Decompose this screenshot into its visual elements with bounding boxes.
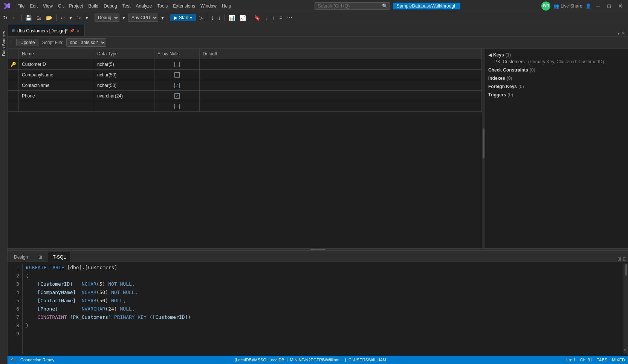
update-button[interactable]: Update	[16, 39, 39, 46]
row-nulls-phone[interactable]: ✓	[154, 91, 200, 101]
sql-scroll-down-icon[interactable]: ▼	[623, 347, 627, 353]
toolbar-step-over-icon[interactable]: ⤵	[209, 14, 215, 21]
toolbar-open-icon[interactable]: 📂	[44, 14, 54, 21]
menu-help[interactable]: Help	[220, 3, 234, 9]
prop-keys-header[interactable]: ◀ Keys (1)	[488, 52, 625, 58]
toolbar-debug-dropdown[interactable]: ▾	[121, 14, 127, 21]
menu-tools[interactable]: Tools	[155, 3, 170, 9]
tab-grid[interactable]: ⊞	[34, 252, 47, 262]
menu-window[interactable]: Window	[198, 3, 219, 9]
toolbar-undo-icon[interactable]: ↩	[59, 14, 66, 21]
table-header: Name Data Type Allow Nulls Default	[8, 49, 482, 59]
toolbar-save-all-icon[interactable]: 🗂	[35, 14, 43, 21]
checkbox-customerid[interactable]	[174, 62, 180, 67]
prop-fk-header[interactable]: Foreign Keys (0)	[488, 83, 625, 90]
row-default-contactname[interactable]	[200, 80, 482, 90]
toolbar-bookmark-prev[interactable]: ↑	[270, 14, 276, 21]
prop-indexes-header[interactable]: Indexes (0)	[488, 75, 625, 82]
table-row-empty[interactable]	[8, 101, 482, 112]
maximize-button[interactable]: □	[605, 2, 613, 10]
toolbar-redo-icon[interactable]: ↪	[75, 14, 83, 21]
tab-close-all-icon[interactable]: ✕	[621, 31, 625, 36]
menu-extensions[interactable]: Extensions	[171, 3, 197, 9]
checkbox-phone[interactable]: ✓	[174, 93, 180, 99]
menu-project[interactable]: Project	[67, 3, 85, 9]
row-default-companyname[interactable]	[200, 70, 482, 80]
toolbar-bookmark-icon[interactable]: 🔖	[252, 14, 262, 21]
checkbox-empty[interactable]	[174, 104, 180, 109]
tab-customers-design[interactable]: ⊞ dbo.Customers [Design]* 📌 ×	[8, 25, 85, 36]
row-name-contactname[interactable]: ContactName	[19, 80, 94, 90]
toolbar-perf-icon[interactable]: 📈	[238, 14, 248, 21]
toolbar-diagnostics-icon[interactable]: 📊	[227, 14, 237, 21]
live-share-button[interactable]: 👥 Live Share	[553, 3, 582, 9]
toolbar-save-icon[interactable]: 💾	[24, 14, 33, 21]
tab-close-icon[interactable]: ×	[76, 28, 79, 34]
row-nulls-contactname[interactable]: ✓	[154, 80, 200, 90]
checkbox-companyname[interactable]	[174, 72, 180, 78]
table-row[interactable]: CompanyName nchar(50)	[8, 70, 482, 80]
code-nvarchar-size: (24)	[105, 305, 120, 313]
menu-view[interactable]: View	[41, 3, 55, 9]
toolbar-back-icon[interactable]: ←	[11, 14, 19, 21]
prop-triggers-header[interactable]: Triggers (0)	[488, 91, 625, 98]
row-type-companyname[interactable]: nchar(50)	[94, 70, 154, 80]
checkbox-contactname[interactable]: ✓	[174, 83, 180, 88]
row-nulls-companyname[interactable]	[154, 70, 200, 80]
menu-file[interactable]: File	[15, 3, 27, 9]
tab-design[interactable]: Design	[9, 252, 33, 262]
start-button[interactable]: ▶ Start ▾	[170, 14, 196, 21]
profile-icon[interactable]: 👤	[585, 3, 591, 9]
toolbar-refresh-icon[interactable]: ↻	[2, 14, 9, 21]
toolbar-bookmark-next[interactable]: ↓	[263, 14, 269, 21]
row-default-phone[interactable]	[200, 91, 482, 101]
row-name-customerid[interactable]: CustomerID	[19, 59, 94, 69]
debug-config-select[interactable]: Debug	[95, 14, 119, 22]
sql-collapse-icon[interactable]: ⊟	[623, 256, 626, 262]
prop-pk-item[interactable]: PK_Customers (Primary Key, Clustered: Cu…	[488, 58, 625, 65]
minimize-button[interactable]: ─	[594, 2, 602, 10]
menu-analyze[interactable]: Analyze	[134, 3, 154, 9]
data-sources-sidebar[interactable]: Data Sources	[0, 23, 8, 364]
menu-build[interactable]: Build	[86, 3, 101, 9]
row-name-companyname[interactable]: CompanyName	[19, 70, 94, 80]
row-type-customerid[interactable]: nchar(5)	[94, 59, 154, 69]
row-type-phone[interactable]: nvarchar(24)	[94, 91, 154, 101]
toolbar-redo-dropdown[interactable]: ▾	[84, 14, 90, 21]
v-scrollbar-thumb[interactable]	[483, 128, 484, 158]
menu-git[interactable]: Git	[56, 3, 66, 9]
toolbar-step-icon[interactable]: ↓	[217, 14, 222, 21]
menu-debug[interactable]: Debug	[101, 3, 119, 9]
row-nulls-customerid[interactable]	[154, 59, 200, 69]
row-type-contactname[interactable]: nchar(50)	[94, 80, 154, 90]
empty-name[interactable]	[19, 101, 94, 111]
toolbar-run-icon[interactable]: ▷	[197, 14, 205, 21]
empty-default[interactable]	[200, 101, 482, 111]
window-controls: ─ □ ✕	[594, 2, 625, 10]
table-row[interactable]: 🔑 CustomerID nchar(5)	[8, 59, 482, 70]
empty-nulls[interactable]	[154, 101, 200, 111]
sql-scrollbar-thumb[interactable]	[625, 264, 627, 276]
platform-select[interactable]: Any CPU	[128, 14, 158, 22]
tab-list-icon[interactable]: ▾	[617, 31, 620, 36]
prop-check-header[interactable]: Check Constraints (0)	[488, 67, 625, 73]
toolbar-bookmark-list[interactable]: ≡	[278, 14, 284, 21]
row-name-phone[interactable]: Phone	[19, 91, 94, 101]
toolbar-platform-dropdown[interactable]: ▾	[160, 14, 165, 21]
sql-expand-icon[interactable]: ⊞	[617, 256, 621, 262]
code-line-5: [ContactName] NCHAR (50) NULL ,	[26, 297, 620, 305]
script-file-select[interactable]: dbo.Table.sql*	[66, 38, 106, 47]
toolbar-undo-dropdown[interactable]: ▾	[68, 14, 73, 21]
table-row[interactable]: ContactName nchar(50) ✓	[8, 80, 482, 91]
menu-test[interactable]: Test	[120, 3, 133, 9]
tab-tsql[interactable]: T-SQL	[48, 252, 71, 262]
empty-type[interactable]	[94, 101, 154, 111]
toolbar-more-icon[interactable]: ⋯	[286, 14, 294, 21]
row-default-customerid[interactable]	[200, 59, 482, 69]
search-input[interactable]	[315, 2, 390, 10]
menu-edit[interactable]: Edit	[28, 3, 40, 9]
tab-pin-icon[interactable]: 📌	[70, 29, 74, 33]
close-button[interactable]: ✕	[616, 2, 625, 10]
table-row[interactable]: Phone nvarchar(24) ✓	[8, 91, 482, 101]
code-area[interactable]: ▮ CREATE TABLE [dbo] . [Customers] ( [Cu…	[23, 263, 623, 354]
